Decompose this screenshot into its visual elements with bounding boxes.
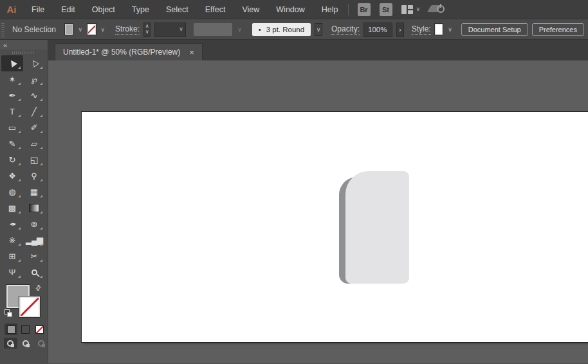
tool-type[interactable]: T	[1, 104, 23, 120]
stroke-weight-label[interactable]: Stroke:	[115, 24, 140, 35]
tools-panel-grip[interactable]	[0, 50, 48, 55]
rounded-rectangle-shape[interactable]	[345, 171, 409, 284]
menu-file[interactable]: File	[23, 0, 53, 19]
tool-perspective-grid[interactable]: ▦	[23, 184, 45, 200]
menu-object[interactable]: Object	[84, 0, 124, 19]
tool-curvature[interactable]: ∿	[23, 87, 45, 104]
tool-magic-wand[interactable]: ✶	[1, 71, 23, 87]
stroke-weight-stepper[interactable]: ∧ ∨	[143, 23, 151, 37]
document-tab-title: Untitled-1* @ 50% (RGB/Preview)	[63, 48, 180, 57]
sync-status-icon[interactable]	[429, 3, 446, 16]
tool-shaper[interactable]: ✎	[1, 136, 23, 152]
stroke-swatch[interactable]	[87, 24, 96, 35]
control-bar: No Selection ∨ ∨ Stroke: ∧ ∨ ∨ ∨ • 3 pt.…	[0, 19, 588, 40]
tool-puppet-warp[interactable]: ⚲	[23, 168, 45, 184]
canvas[interactable]	[48, 60, 588, 363]
tools-panel-header: «	[0, 40, 48, 50]
stepper-down-icon[interactable]: ∨	[145, 30, 149, 35]
menu-list: FileEditObjectTypeSelectEffectViewWindow…	[23, 0, 347, 19]
stroke-weight-dropdown[interactable]: ∨	[154, 23, 186, 37]
selection-status: No Selection	[12, 25, 56, 34]
tool-zoom[interactable]	[23, 264, 45, 280]
tools-panel: « ▶ ▷ ✶ ℘	[0, 40, 48, 363]
controlbar-grip[interactable]	[1, 22, 5, 37]
menu-type[interactable]: Type	[124, 0, 158, 19]
tool-line-segment[interactable]: ╱	[23, 104, 45, 120]
brush-definition-dropdown[interactable]: • 3 pt. Round	[252, 23, 311, 36]
opacity-label[interactable]: Opacity:	[331, 24, 360, 35]
stroke-chevron-icon[interactable]: ∨	[100, 23, 107, 36]
stroke-color-well[interactable]	[19, 296, 40, 317]
tool-mesh[interactable]: ▩	[1, 200, 23, 216]
workspace-layout-icon	[401, 5, 413, 14]
stepper-up-icon[interactable]: ∧	[145, 24, 149, 29]
close-tab-icon[interactable]: ×	[189, 48, 194, 57]
document-tab[interactable]: Untitled-1* @ 50% (RGB/Preview) ×	[55, 43, 203, 60]
draw-behind-button[interactable]	[19, 338, 33, 349]
tool-slice[interactable]: ✂	[23, 248, 45, 264]
width-profile-dropdown	[194, 23, 232, 36]
menu-view[interactable]: View	[234, 0, 268, 19]
fill-chevron-icon[interactable]: ∨	[77, 23, 84, 36]
paint-style-buttons	[0, 320, 48, 335]
tool-selection[interactable]: ▶	[1, 55, 23, 71]
chevron-down-icon: ∨	[416, 6, 421, 12]
app-logo: Ai	[0, 4, 23, 15]
fill-swatch[interactable]	[65, 24, 73, 35]
tool-grid: ▶ ▷ ✶ ℘ ✒	[1, 55, 48, 280]
menu-edit[interactable]: Edit	[53, 0, 84, 19]
stock-icon[interactable]: St	[380, 3, 392, 16]
tool-symbol-sprayer[interactable]: ※	[1, 232, 23, 248]
tool-width[interactable]: ❖	[1, 168, 23, 184]
brush-chevron-icon[interactable]: ∨	[315, 23, 322, 36]
paint-none-button[interactable]	[33, 323, 46, 335]
swap-fill-stroke-icon[interactable]: ⇄	[33, 283, 44, 293]
menu-effect[interactable]: Effect	[197, 0, 234, 19]
bridge-icon[interactable]: Br	[358, 3, 371, 16]
menu-select[interactable]: Select	[158, 0, 197, 19]
menubar-divider	[348, 4, 349, 15]
style-label[interactable]: Style:	[412, 24, 431, 35]
document-tab-bar: Untitled-1* @ 50% (RGB/Preview) ×	[48, 40, 588, 60]
illustrator-window: Ai FileEditObjectTypeSelectEffectViewWin…	[0, 0, 588, 364]
opacity-input[interactable]: 100%	[363, 23, 392, 37]
paint-gradient-button[interactable]	[19, 323, 32, 335]
artboard[interactable]	[82, 112, 588, 342]
tool-gradient[interactable]	[23, 200, 45, 216]
fill-stroke-indicator: ⇄	[0, 284, 48, 320]
tool-rectangle[interactable]: ▭	[1, 120, 23, 136]
tool-paintbrush[interactable]: ✐	[23, 120, 45, 136]
style-swatch[interactable]	[435, 24, 443, 35]
tool-scale[interactable]: ◱	[23, 152, 45, 168]
profile-chevron-icon: ∨	[236, 23, 243, 36]
tool-artboard[interactable]: ⊞	[1, 248, 23, 264]
tool-eraser[interactable]: ▱	[23, 136, 45, 152]
tool-rotate[interactable]: ↻	[1, 152, 23, 168]
paint-color-button[interactable]	[5, 323, 17, 335]
chevron-down-icon: ∨	[179, 26, 183, 32]
menu-bar: Ai FileEditObjectTypeSelectEffectViewWin…	[0, 0, 588, 19]
workspace-switcher[interactable]: ∨	[401, 5, 421, 14]
tool-column-graph[interactable]: ▂▄▆	[23, 232, 45, 248]
tool-shape-builder[interactable]: ◍	[1, 184, 23, 200]
opacity-arrow-icon[interactable]: ›	[396, 23, 404, 37]
preferences-button[interactable]: Preferences	[532, 23, 584, 36]
menu-window[interactable]: Window	[268, 0, 313, 19]
default-fill-stroke-icon[interactable]	[5, 309, 13, 318]
tool-eyedropper[interactable]: ✒	[1, 216, 23, 232]
draw-normal-button[interactable]	[4, 338, 17, 349]
brush-value: 3 pt. Round	[266, 26, 304, 33]
tool-lasso[interactable]: ℘	[23, 71, 45, 87]
document-setup-button[interactable]: Document Setup	[461, 23, 528, 36]
power-icon	[437, 5, 445, 13]
menubar-right-icons: Br St ∨	[358, 3, 446, 16]
draw-inside-button[interactable]	[34, 338, 48, 349]
tool-pen[interactable]: ✒	[1, 87, 23, 104]
collapse-panel-icon[interactable]: «	[3, 41, 7, 49]
tool-blend[interactable]: ⊚	[23, 216, 45, 232]
style-chevron-icon[interactable]: ∨	[446, 23, 454, 36]
menu-help[interactable]: Help	[313, 0, 347, 19]
tool-direct-selection[interactable]: ▷	[23, 55, 45, 71]
tool-hand[interactable]: Ψ	[1, 264, 23, 280]
brush-dot-icon: •	[259, 26, 261, 33]
